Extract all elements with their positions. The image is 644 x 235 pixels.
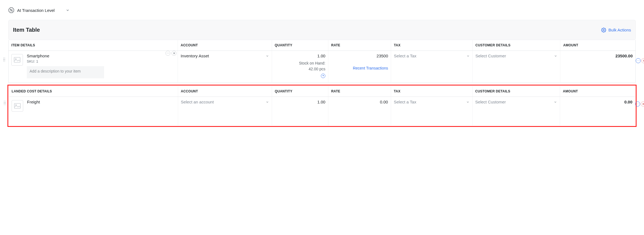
chevron-down-icon	[554, 100, 557, 104]
landed-cost-table: LANDED COST DETAILS ACCOUNT QUANTITY RAT…	[9, 86, 635, 125]
svg-line-3	[10, 9, 12, 11]
rate-value[interactable]: 23500	[331, 54, 388, 58]
tax-select[interactable]: Select a Tax	[394, 54, 469, 58]
chevron-down-icon	[266, 54, 269, 58]
landed-item-name: Freight	[27, 100, 40, 104]
quantity-value[interactable]: 1.00	[272, 97, 328, 126]
drag-handle-icon[interactable]: ⠿⠿	[3, 102, 5, 105]
item-sku: SKU: 1	[27, 59, 104, 63]
item-name: Smartphone	[27, 54, 104, 58]
account-placeholder: Select an account	[181, 100, 214, 104]
page-title: Item Table	[13, 27, 40, 33]
discount-icon	[8, 7, 14, 13]
recent-transactions-link[interactable]: Recent Transactions	[353, 66, 388, 70]
col-tax: TAX	[391, 86, 472, 97]
account-select[interactable]: Inventory Asset	[181, 54, 269, 58]
bulk-actions-label: Bulk Actions	[608, 28, 631, 32]
chevron-down-icon	[466, 54, 470, 58]
account-value: Inventory Asset	[181, 54, 209, 58]
svg-rect-7	[14, 103, 20, 108]
item-table-panel-header: Item Table Bulk Actions	[8, 20, 636, 40]
amount-value: 0.00	[560, 97, 635, 126]
table-row: ⋯ ✕ Smartphone SKU: 1	[9, 51, 636, 83]
svg-point-2	[12, 11, 12, 11]
quantity-value[interactable]: 1.00	[275, 54, 325, 58]
col-tax: TAX	[391, 40, 473, 51]
row-more-button[interactable]: ⋯	[636, 58, 641, 63]
col-customer: CUSTOMER DETAILS	[473, 40, 560, 51]
col-item-details: ITEM DETAILS	[9, 40, 178, 51]
col-customer: CUSTOMER DETAILS	[472, 86, 560, 97]
gear-icon	[601, 28, 606, 33]
chevron-down-icon	[554, 54, 557, 58]
stock-on-hand-label: Stock on Hand:	[275, 60, 325, 66]
svg-point-4	[603, 29, 605, 31]
customer-select[interactable]: Select Customer	[476, 54, 558, 58]
rate-value[interactable]: 0.00	[328, 97, 391, 126]
customer-placeholder: Select Customer	[476, 54, 506, 58]
item-clear-icon[interactable]: ✕	[171, 51, 176, 56]
col-account: ACCOUNT	[178, 40, 272, 51]
chevron-down-icon	[466, 100, 469, 104]
item-table: ITEM DETAILS ACCOUNT QUANTITY RATE TAX C…	[8, 40, 636, 83]
account-select[interactable]: Select an account	[181, 100, 269, 104]
item-description-input[interactable]	[27, 66, 104, 78]
amount-value: 23500.00	[560, 51, 636, 83]
chevron-down-icon	[266, 100, 269, 104]
drag-handle-icon[interactable]: ⠿⠿	[3, 58, 5, 62]
col-rate: RATE	[328, 86, 391, 97]
row-delete-button[interactable]: ✕	[641, 58, 644, 63]
chevron-down-icon	[66, 8, 70, 12]
col-account: ACCOUNT	[178, 86, 272, 97]
customer-placeholder: Select Customer	[475, 100, 506, 104]
col-quantity: QUANTITY	[272, 86, 328, 97]
image-placeholder-icon	[11, 54, 23, 66]
table-row: Freight Select an account 1.00 0.00	[9, 97, 635, 126]
transaction-level-select[interactable]: At Transaction Level	[8, 6, 70, 15]
col-quantity: QUANTITY	[272, 40, 328, 51]
tax-placeholder: Select a Tax	[394, 100, 416, 104]
transaction-level-label: At Transaction Level	[17, 8, 55, 13]
customer-select[interactable]: Select Customer	[475, 100, 557, 104]
col-amount: AMOUNT	[560, 40, 636, 51]
col-rate: RATE	[328, 40, 391, 51]
image-placeholder-icon	[12, 100, 23, 112]
bulk-actions-button[interactable]: Bulk Actions	[601, 28, 631, 33]
col-landed-details: LANDED COST DETAILS	[9, 86, 178, 97]
tax-select[interactable]: Select a Tax	[394, 100, 469, 104]
row-delete-button[interactable]: ✕	[641, 102, 644, 106]
expand-stock-icon[interactable]: ▾	[321, 74, 325, 78]
row-more-button[interactable]: ⋯	[635, 102, 640, 106]
item-more-icon[interactable]: ⋯	[165, 51, 170, 56]
tax-placeholder: Select a Tax	[394, 54, 416, 58]
stock-on-hand-value: 42.00 pcs	[275, 66, 325, 72]
svg-point-1	[10, 9, 11, 10]
svg-rect-5	[14, 57, 20, 62]
col-amount: AMOUNT	[560, 86, 635, 97]
